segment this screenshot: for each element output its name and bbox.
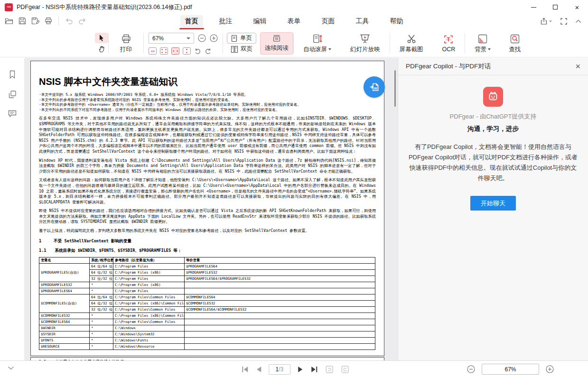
copilot-panel: PDFgear Copilot - 与PDF对话 × PDFgear - 由Ch… (398, 58, 588, 360)
ribbon-tab-1[interactable]: 首页 (180, 15, 203, 28)
previous-view-button[interactable] (325, 365, 334, 374)
auto-scroll-button[interactable]: 自动滚屏 (299, 33, 335, 55)
zoom-out-button[interactable] (198, 34, 206, 42)
page-number-input[interactable]: 1/3 (269, 364, 290, 375)
table-cell (185, 282, 375, 288)
comments-panel-button[interactable] (8, 110, 17, 118)
zoom-in-button-status[interactable] (546, 365, 554, 373)
copilot-robot-icon (483, 87, 503, 107)
fullscreen-button[interactable] (560, 18, 567, 25)
redo-button[interactable] (78, 18, 86, 24)
single-page-button[interactable]: 单页 (227, 33, 256, 44)
save-as-button[interactable] (31, 17, 39, 25)
double-page-icon (231, 46, 238, 53)
background-icon (477, 34, 488, 44)
table-cell: C:\Windows\System32 (113, 331, 185, 337)
continuous-reading-button[interactable]: 连续阅读 (260, 32, 293, 55)
doc-paragraph: 即使 NSIS 中不提供对应变量的路径，我们也应该选用相对合理的拼接方式。比如先… (39, 208, 376, 225)
redo-icon (78, 18, 86, 24)
table-cell (185, 343, 375, 349)
rotate-right-button[interactable] (194, 48, 201, 55)
home-toolbar: 打印 67% 1:1 单页 (0, 30, 588, 57)
doc-heading-1-1: 1.1系统目录如 $WINDIR、$FONTS、$SYSDIR、$PROGRAM… (39, 248, 376, 254)
print-label: 打印 (120, 46, 132, 54)
table-cell: * (90, 288, 113, 294)
hand-icon (98, 45, 105, 53)
minimize-button[interactable] (523, 0, 544, 14)
share-button[interactable] (540, 18, 552, 25)
quick-print-button[interactable] (45, 17, 52, 25)
hand-tool-button[interactable] (95, 44, 108, 54)
table-cell: * (90, 337, 113, 343)
actual-size-button[interactable]: 1:1 (149, 47, 157, 55)
table-cell: * (90, 325, 113, 331)
table-row: $WINDIR*C:\Windows (39, 325, 375, 331)
save-icon (19, 17, 26, 25)
doc-paragraph: 在多年交流 NSIS 技术中，发现很多用户对 Windows 系统特殊文件夹路径… (39, 116, 376, 154)
continuous-reading-icon (271, 35, 282, 42)
open-file-button[interactable] (5, 18, 13, 25)
bookmarks-panel-button[interactable] (9, 70, 16, 79)
select-tool-button[interactable] (95, 33, 108, 43)
table-row: $COMMONFILES(自动)64 位/64 位C:\Program File… (39, 294, 375, 300)
doc-paragraph: 基于以上情况，特此编写此文档，罗列绝大多数常用的系统文件夹在 NSIS 中对应的… (39, 228, 376, 234)
thumbnails-panel-button[interactable] (8, 90, 17, 99)
double-page-button[interactable]: 双页 (227, 44, 256, 55)
fit-height-button[interactable] (183, 47, 191, 55)
print-button[interactable]: 打印 (116, 33, 136, 55)
rotate-left-icon (205, 48, 212, 55)
rotate-left-button[interactable] (205, 48, 212, 55)
doc-paragraph: Windows XP 时代，我曾遇到某安装包在 Vista 系统上创建 C:\D… (39, 158, 376, 175)
variables-table: 变量名系统/程序位数参考路径（以变量值为准）等价变量$PROGRAMFILES(… (39, 257, 375, 350)
find-button[interactable]: 查找 (505, 33, 524, 55)
close-button[interactable]: × (566, 0, 588, 14)
expand-bottom-button[interactable] (8, 366, 14, 370)
last-page-button[interactable] (310, 366, 318, 373)
undo-button[interactable] (65, 18, 73, 24)
table-cell (185, 325, 375, 331)
zoom-level-input[interactable]: 67% (482, 364, 539, 375)
share-icon (540, 18, 548, 25)
ribbon-tab-7[interactable]: 帮助 (385, 15, 408, 28)
convert-to-word-button[interactable]: W (364, 76, 385, 98)
ocr-button[interactable]: OCR (439, 33, 459, 54)
zoom-in-button[interactable] (210, 34, 218, 42)
zoom-out-button-status[interactable] (467, 365, 475, 373)
share-caret-icon (549, 21, 552, 22)
document-viewport[interactable]: NSIS 脚本中文件夹变量基础知识 ·本文中提到的 5.x 版系统 Window… (25, 58, 398, 360)
doc-intro-notes: ·本文中提到的 5.x 版系统 Windows 2000/XP/2003 等系统… (39, 92, 376, 112)
start-chat-button[interactable]: 开始聊天 (470, 196, 516, 211)
zoom-dropdown[interactable]: 67% (149, 33, 194, 44)
vertical-scrollbar[interactable] (394, 70, 396, 107)
screenshot-button[interactable]: 屏幕截图 (396, 33, 427, 55)
maximize-button[interactable] (544, 0, 566, 14)
table-cell: C:\Program Files (x86) (113, 269, 185, 276)
fit-width-button[interactable] (171, 47, 179, 55)
prev-page-icon (256, 366, 261, 373)
background-button[interactable]: 背景 (471, 33, 495, 55)
ribbon-tab-3[interactable]: 编辑 (249, 15, 271, 28)
ribbon-tab-4[interactable]: 表单 (283, 15, 306, 28)
ribbon-tab-2[interactable]: 批注 (215, 15, 237, 28)
save-button[interactable] (19, 17, 26, 25)
next-view-button[interactable] (341, 365, 349, 374)
ribbon-tab-6[interactable]: 工具 (351, 15, 374, 28)
doc-heading-1: 1不受 SetShellVarContext 影响的变量 (39, 239, 376, 244)
previous-view-icon (325, 365, 334, 374)
ribbon-tab-5[interactable]: 页面 (317, 15, 340, 28)
close-icon: × (575, 3, 579, 11)
table-row: 64 位/32 位C:\Program Files (x86)\Common F… (39, 300, 375, 306)
prev-page-button[interactable] (256, 366, 261, 373)
fit-page-button[interactable] (160, 47, 168, 55)
table-cell: $PROGRAMFILES64 (185, 263, 375, 269)
table-cell: C:\Program Files\Common Files (113, 294, 185, 300)
copilot-description: 有了PDFgear Copilot，文档将会更智能！使用自然语言与PDFgear… (407, 142, 579, 184)
table-cell: $RESOURCE (39, 343, 90, 349)
collapse-toolbar-button[interactable] (575, 19, 581, 23)
next-page-button[interactable] (298, 366, 303, 373)
copilot-close-button[interactable]: × (575, 62, 580, 71)
table-cell: 64 位/32 位 (90, 269, 113, 276)
table-cell: $COMMONFILES32 (185, 300, 375, 306)
slideshow-button[interactable]: 幻灯片放映 (346, 33, 384, 55)
first-page-button[interactable] (241, 366, 249, 373)
